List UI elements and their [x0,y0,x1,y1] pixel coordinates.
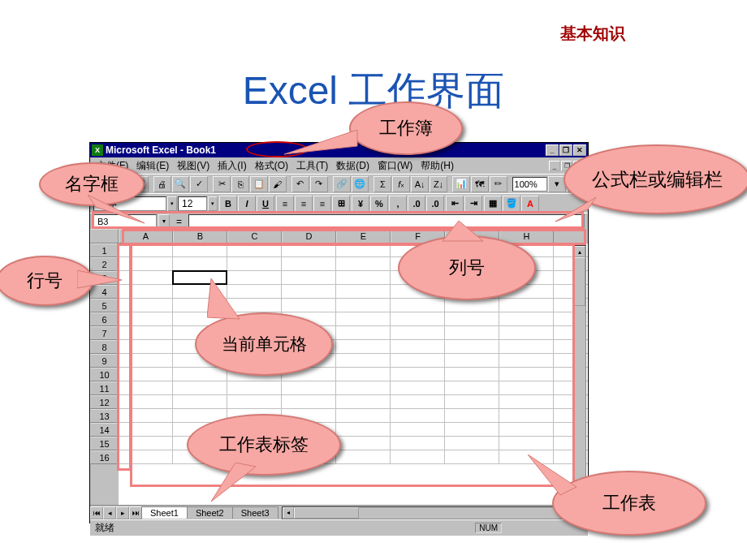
row-header-8[interactable]: 8 [90,340,119,354]
cell[interactable] [499,395,554,409]
tab-nav-prev[interactable]: ◂ [103,506,116,519]
cell[interactable] [336,271,391,285]
increase-decimal-icon[interactable]: .0 [408,196,425,212]
col-header-b[interactable]: B [173,229,227,243]
size-dropdown[interactable]: ▾ [208,196,218,211]
cell[interactable] [391,409,445,423]
print-icon[interactable]: 🖨 [153,176,171,192]
cell[interactable] [336,437,391,450]
sheet-tab-2[interactable]: Sheet2 [187,506,233,519]
row-header-13[interactable]: 13 [90,409,119,423]
fill-color-icon[interactable]: 🪣 [503,196,520,212]
cell[interactable] [391,395,445,409]
row-header-7[interactable]: 7 [90,326,119,340]
cell[interactable] [119,423,173,437]
cell[interactable] [499,381,554,395]
cell[interactable] [119,368,173,381]
cell[interactable] [282,243,336,257]
cell[interactable] [499,409,554,423]
cell[interactable] [173,381,227,395]
cell[interactable] [445,354,499,368]
autosum-icon[interactable]: Σ [374,176,391,192]
col-header-c[interactable]: C [227,229,282,243]
italic-button[interactable]: I [238,196,256,212]
cell[interactable] [282,395,336,409]
cut-icon[interactable]: ✂ [213,176,231,192]
cell[interactable] [445,340,499,354]
cell[interactable] [391,326,445,340]
row-header-12[interactable]: 12 [90,395,119,409]
cell[interactable] [336,381,391,395]
cell[interactable] [336,257,391,271]
cell[interactable] [499,299,554,312]
cell[interactable] [445,395,499,409]
cell[interactable] [336,243,391,257]
bold-button[interactable]: B [219,196,237,212]
cell[interactable] [499,354,554,368]
cell[interactable] [445,423,499,437]
cell[interactable] [119,450,173,464]
web-toolbar-icon[interactable]: 🌐 [352,176,369,192]
col-header-e[interactable]: E [336,229,391,243]
cell[interactable] [445,450,499,464]
cell[interactable] [173,395,227,409]
cell[interactable] [336,395,391,409]
row-header-15[interactable]: 15 [90,437,119,450]
chart-icon[interactable]: 📊 [452,176,470,192]
cell[interactable] [445,368,499,381]
doc-minimize[interactable]: _ [549,161,560,171]
hscroll-thumb[interactable] [294,507,359,519]
row-header-10[interactable]: 10 [90,368,119,381]
select-all-corner[interactable] [90,229,119,243]
row-header-5[interactable]: 5 [90,299,119,312]
underline-button[interactable]: U [257,196,274,212]
cell[interactable] [336,312,391,326]
minimize-button[interactable]: _ [546,144,559,156]
menu-help[interactable]: 帮助(H) [417,158,457,174]
font-dropdown[interactable]: ▾ [167,196,177,211]
sheet-tab-3[interactable]: Sheet3 [232,506,279,519]
cell[interactable] [445,381,499,395]
scroll-up-button[interactable]: ▴ [574,246,585,257]
undo-icon[interactable]: ↶ [291,176,309,192]
cell[interactable] [119,409,173,423]
cell[interactable] [499,437,554,450]
row-header-1[interactable]: 1 [90,243,119,257]
cell[interactable] [499,368,554,381]
cell[interactable] [119,243,173,257]
cell[interactable] [336,409,391,423]
cell[interactable] [391,381,445,395]
formula-input[interactable] [188,214,585,228]
cell[interactable] [119,340,173,354]
cell[interactable] [445,409,499,423]
cell[interactable] [119,257,173,271]
cell[interactable] [336,368,391,381]
cell[interactable] [391,423,445,437]
cell[interactable] [336,285,391,299]
function-icon[interactable]: fₓ [392,176,410,192]
row-header-2[interactable]: 2 [90,257,119,271]
hyperlink-icon[interactable]: 🔗 [333,176,351,192]
tab-nav-first[interactable]: ⏮ [90,506,103,519]
paste-icon[interactable]: 📋 [250,176,268,192]
comma-icon[interactable]: , [389,196,407,212]
cell[interactable] [173,257,227,271]
cell[interactable] [499,340,554,354]
horizontal-scrollbar[interactable]: ◂ ▸ [282,506,588,519]
percent-icon[interactable]: % [370,196,388,212]
align-left-icon[interactable]: ≡ [276,196,294,212]
decrease-indent-icon[interactable]: ⇤ [446,196,464,212]
preview-icon[interactable]: 🔍 [172,176,190,192]
row-header-16[interactable]: 16 [90,450,119,464]
cell[interactable] [282,381,336,395]
cell[interactable] [119,437,173,450]
vscroll-thumb[interactable] [574,257,585,306]
row-header-9[interactable]: 9 [90,354,119,368]
menu-insert[interactable]: 插入(I) [214,158,249,174]
font-color-icon[interactable]: A [521,196,539,212]
map-icon[interactable]: 🗺 [471,176,489,192]
cell[interactable] [391,450,445,464]
cell[interactable] [227,257,282,271]
cell[interactable] [499,326,554,340]
cell[interactable] [445,326,499,340]
